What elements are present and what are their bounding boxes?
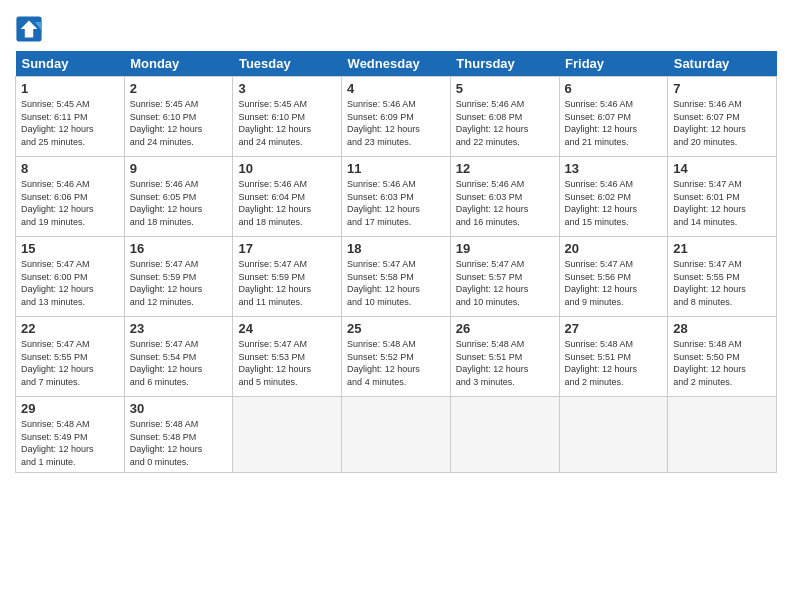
day-number: 8 (21, 161, 119, 176)
day-number: 28 (673, 321, 771, 336)
page-container: SundayMondayTuesdayWednesdayThursdayFrid… (0, 0, 792, 483)
day-info: Sunrise: 5:47 AM Sunset: 5:58 PM Dayligh… (347, 258, 445, 308)
calendar-cell: 27Sunrise: 5:48 AM Sunset: 5:51 PM Dayli… (559, 317, 668, 397)
calendar-cell: 14Sunrise: 5:47 AM Sunset: 6:01 PM Dayli… (668, 157, 777, 237)
day-number: 22 (21, 321, 119, 336)
calendar-cell: 24Sunrise: 5:47 AM Sunset: 5:53 PM Dayli… (233, 317, 342, 397)
day-info: Sunrise: 5:47 AM Sunset: 6:01 PM Dayligh… (673, 178, 771, 228)
day-number: 16 (130, 241, 228, 256)
day-number: 25 (347, 321, 445, 336)
week-row-4: 22Sunrise: 5:47 AM Sunset: 5:55 PM Dayli… (16, 317, 777, 397)
day-info: Sunrise: 5:47 AM Sunset: 5:53 PM Dayligh… (238, 338, 336, 388)
calendar-cell: 30Sunrise: 5:48 AM Sunset: 5:48 PM Dayli… (124, 397, 233, 473)
week-row-3: 15Sunrise: 5:47 AM Sunset: 6:00 PM Dayli… (16, 237, 777, 317)
day-info: Sunrise: 5:48 AM Sunset: 5:51 PM Dayligh… (456, 338, 554, 388)
day-number: 13 (565, 161, 663, 176)
day-number: 30 (130, 401, 228, 416)
day-info: Sunrise: 5:46 AM Sunset: 6:03 PM Dayligh… (456, 178, 554, 228)
day-number: 23 (130, 321, 228, 336)
calendar-table: SundayMondayTuesdayWednesdayThursdayFrid… (15, 51, 777, 473)
logo (15, 15, 47, 43)
calendar-cell: 15Sunrise: 5:47 AM Sunset: 6:00 PM Dayli… (16, 237, 125, 317)
calendar-cell: 3Sunrise: 5:45 AM Sunset: 6:10 PM Daylig… (233, 77, 342, 157)
day-info: Sunrise: 5:45 AM Sunset: 6:10 PM Dayligh… (130, 98, 228, 148)
weekday-header-tuesday: Tuesday (233, 51, 342, 77)
calendar-cell: 22Sunrise: 5:47 AM Sunset: 5:55 PM Dayli… (16, 317, 125, 397)
day-info: Sunrise: 5:47 AM Sunset: 5:54 PM Dayligh… (130, 338, 228, 388)
day-info: Sunrise: 5:47 AM Sunset: 5:55 PM Dayligh… (673, 258, 771, 308)
day-info: Sunrise: 5:48 AM Sunset: 5:51 PM Dayligh… (565, 338, 663, 388)
calendar-cell: 6Sunrise: 5:46 AM Sunset: 6:07 PM Daylig… (559, 77, 668, 157)
calendar-cell: 21Sunrise: 5:47 AM Sunset: 5:55 PM Dayli… (668, 237, 777, 317)
day-info: Sunrise: 5:46 AM Sunset: 6:08 PM Dayligh… (456, 98, 554, 148)
logo-icon (15, 15, 43, 43)
day-number: 11 (347, 161, 445, 176)
calendar-cell: 12Sunrise: 5:46 AM Sunset: 6:03 PM Dayli… (450, 157, 559, 237)
day-info: Sunrise: 5:47 AM Sunset: 5:55 PM Dayligh… (21, 338, 119, 388)
weekday-header-wednesday: Wednesday (342, 51, 451, 77)
calendar-cell: 16Sunrise: 5:47 AM Sunset: 5:59 PM Dayli… (124, 237, 233, 317)
calendar-cell (559, 397, 668, 473)
calendar-cell: 1Sunrise: 5:45 AM Sunset: 6:11 PM Daylig… (16, 77, 125, 157)
calendar-cell: 8Sunrise: 5:46 AM Sunset: 6:06 PM Daylig… (16, 157, 125, 237)
day-number: 26 (456, 321, 554, 336)
day-info: Sunrise: 5:48 AM Sunset: 5:50 PM Dayligh… (673, 338, 771, 388)
calendar-cell: 7Sunrise: 5:46 AM Sunset: 6:07 PM Daylig… (668, 77, 777, 157)
day-info: Sunrise: 5:47 AM Sunset: 5:59 PM Dayligh… (130, 258, 228, 308)
day-info: Sunrise: 5:45 AM Sunset: 6:10 PM Dayligh… (238, 98, 336, 148)
day-number: 10 (238, 161, 336, 176)
day-number: 21 (673, 241, 771, 256)
calendar-cell: 29Sunrise: 5:48 AM Sunset: 5:49 PM Dayli… (16, 397, 125, 473)
weekday-header-saturday: Saturday (668, 51, 777, 77)
day-info: Sunrise: 5:46 AM Sunset: 6:05 PM Dayligh… (130, 178, 228, 228)
day-info: Sunrise: 5:45 AM Sunset: 6:11 PM Dayligh… (21, 98, 119, 148)
day-number: 27 (565, 321, 663, 336)
calendar-cell: 26Sunrise: 5:48 AM Sunset: 5:51 PM Dayli… (450, 317, 559, 397)
calendar-cell: 4Sunrise: 5:46 AM Sunset: 6:09 PM Daylig… (342, 77, 451, 157)
day-number: 4 (347, 81, 445, 96)
weekday-header-monday: Monday (124, 51, 233, 77)
day-number: 7 (673, 81, 771, 96)
day-number: 12 (456, 161, 554, 176)
day-number: 2 (130, 81, 228, 96)
header-row: SundayMondayTuesdayWednesdayThursdayFrid… (16, 51, 777, 77)
day-info: Sunrise: 5:47 AM Sunset: 5:57 PM Dayligh… (456, 258, 554, 308)
day-info: Sunrise: 5:47 AM Sunset: 6:00 PM Dayligh… (21, 258, 119, 308)
calendar-cell (668, 397, 777, 473)
day-number: 3 (238, 81, 336, 96)
calendar-cell (233, 397, 342, 473)
day-info: Sunrise: 5:46 AM Sunset: 6:04 PM Dayligh… (238, 178, 336, 228)
day-info: Sunrise: 5:48 AM Sunset: 5:52 PM Dayligh… (347, 338, 445, 388)
day-number: 19 (456, 241, 554, 256)
day-number: 1 (21, 81, 119, 96)
day-number: 5 (456, 81, 554, 96)
calendar-cell: 2Sunrise: 5:45 AM Sunset: 6:10 PM Daylig… (124, 77, 233, 157)
day-number: 15 (21, 241, 119, 256)
weekday-header-thursday: Thursday (450, 51, 559, 77)
calendar-cell: 23Sunrise: 5:47 AM Sunset: 5:54 PM Dayli… (124, 317, 233, 397)
calendar-cell: 25Sunrise: 5:48 AM Sunset: 5:52 PM Dayli… (342, 317, 451, 397)
calendar-cell: 20Sunrise: 5:47 AM Sunset: 5:56 PM Dayli… (559, 237, 668, 317)
day-info: Sunrise: 5:46 AM Sunset: 6:07 PM Dayligh… (565, 98, 663, 148)
day-number: 18 (347, 241, 445, 256)
day-number: 29 (21, 401, 119, 416)
calendar-cell: 11Sunrise: 5:46 AM Sunset: 6:03 PM Dayli… (342, 157, 451, 237)
calendar-cell: 18Sunrise: 5:47 AM Sunset: 5:58 PM Dayli… (342, 237, 451, 317)
calendar-cell: 9Sunrise: 5:46 AM Sunset: 6:05 PM Daylig… (124, 157, 233, 237)
day-number: 20 (565, 241, 663, 256)
calendar-cell: 5Sunrise: 5:46 AM Sunset: 6:08 PM Daylig… (450, 77, 559, 157)
day-info: Sunrise: 5:47 AM Sunset: 5:56 PM Dayligh… (565, 258, 663, 308)
day-number: 17 (238, 241, 336, 256)
day-info: Sunrise: 5:48 AM Sunset: 5:49 PM Dayligh… (21, 418, 119, 468)
day-number: 9 (130, 161, 228, 176)
day-info: Sunrise: 5:46 AM Sunset: 6:07 PM Dayligh… (673, 98, 771, 148)
week-row-2: 8Sunrise: 5:46 AM Sunset: 6:06 PM Daylig… (16, 157, 777, 237)
weekday-header-friday: Friday (559, 51, 668, 77)
calendar-cell: 17Sunrise: 5:47 AM Sunset: 5:59 PM Dayli… (233, 237, 342, 317)
calendar-cell: 19Sunrise: 5:47 AM Sunset: 5:57 PM Dayli… (450, 237, 559, 317)
day-info: Sunrise: 5:46 AM Sunset: 6:03 PM Dayligh… (347, 178, 445, 228)
day-info: Sunrise: 5:48 AM Sunset: 5:48 PM Dayligh… (130, 418, 228, 468)
calendar-cell: 13Sunrise: 5:46 AM Sunset: 6:02 PM Dayli… (559, 157, 668, 237)
week-row-1: 1Sunrise: 5:45 AM Sunset: 6:11 PM Daylig… (16, 77, 777, 157)
day-number: 24 (238, 321, 336, 336)
